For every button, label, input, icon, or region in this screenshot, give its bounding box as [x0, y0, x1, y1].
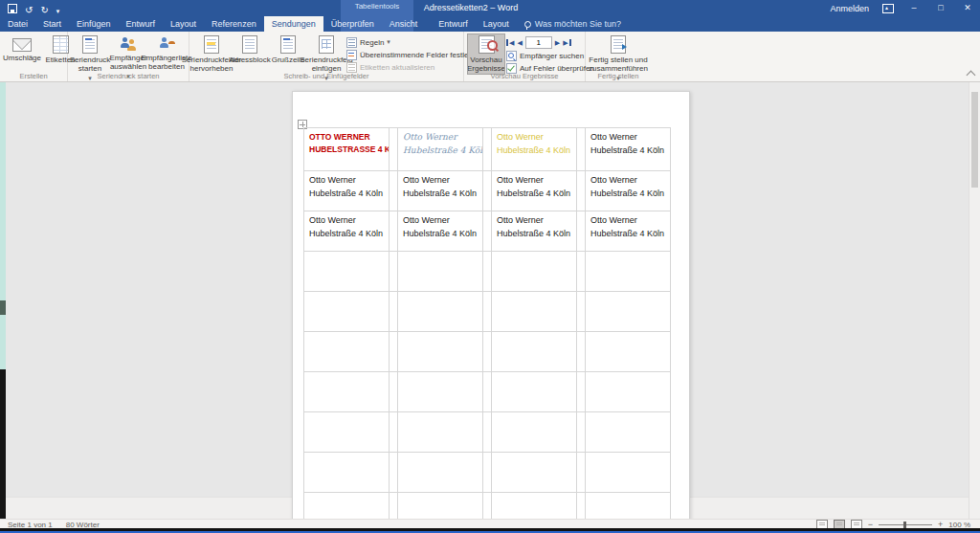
redo-icon[interactable]	[40, 1, 48, 16]
gutter-cell	[483, 128, 492, 171]
tab-tabletools-layout[interactable]: Layout	[476, 16, 517, 32]
tab-tabletools-entwurf[interactable]: Entwurf	[431, 16, 476, 32]
gutter-cell	[483, 412, 492, 453]
gutter-cell	[577, 292, 586, 332]
next-record-icon[interactable]	[555, 39, 560, 47]
label-name: Otto Werner	[497, 214, 571, 228]
minimize-button[interactable]	[907, 4, 921, 12]
label-cell[interactable]: Otto WernerHubelstraße 4 Köln	[304, 211, 390, 252]
preview-results-icon	[479, 35, 495, 54]
label-cell[interactable]	[398, 372, 483, 412]
label-cell[interactable]	[586, 493, 671, 519]
first-record-icon[interactable]	[506, 39, 514, 47]
regeln-button[interactable]: Regeln	[346, 36, 481, 48]
label-cell[interactable]	[492, 332, 577, 372]
label-cell[interactable]	[304, 412, 390, 453]
zoom-slider[interactable]	[879, 524, 932, 525]
vertical-scrollbar[interactable]	[969, 82, 980, 519]
maximize-button[interactable]	[934, 4, 947, 12]
label-cell[interactable]	[586, 412, 671, 453]
save-icon[interactable]	[8, 4, 17, 13]
close-button[interactable]	[961, 4, 974, 12]
label-cell[interactable]	[398, 332, 483, 372]
undo-icon[interactable]	[25, 1, 33, 16]
tab-entwurf[interactable]: Entwurf	[119, 16, 164, 32]
empfaenger-suchen-button[interactable]: Empfänger suchen	[506, 50, 594, 61]
gutter-cell	[577, 252, 586, 292]
tab-ueberpruefen[interactable]: Überprüfen	[323, 16, 382, 32]
label-cell[interactable]	[304, 453, 390, 493]
collapse-ribbon-icon[interactable]	[967, 71, 976, 80]
group-label-fertig: Fertig stellen	[586, 72, 651, 80]
customize-qat-icon[interactable]	[56, 1, 60, 16]
label-cell[interactable]	[586, 453, 671, 493]
label-name: Otto Werner	[590, 131, 665, 144]
label-cell[interactable]	[586, 372, 671, 412]
label-cell[interactable]	[492, 453, 577, 493]
zoom-slider-thumb[interactable]	[903, 522, 906, 528]
label-cell[interactable]: Otto WernerHubelstraße 4 Köln	[492, 128, 577, 171]
record-number-input[interactable]	[525, 36, 552, 49]
label-cell[interactable]: Otto WernerHubelstraße 4 Köln	[492, 171, 577, 211]
title-bar: Tabellentools Adressetiketten2 – Word An…	[0, 0, 980, 32]
adressblock-button[interactable]: Adressblock	[232, 34, 268, 65]
tell-me-box[interactable]: Was möchten Sie tun?	[517, 16, 629, 32]
vorschau-ergebnisse-label: Vorschau Ergebnisse	[467, 56, 505, 73]
previous-record-icon[interactable]	[517, 39, 522, 47]
label-cell[interactable]	[304, 332, 390, 372]
document-page[interactable]: OTTO WERNERHUBELSTRASSE 4 KÖLNOtto Werne…	[292, 91, 690, 519]
label-cell[interactable]	[492, 252, 577, 292]
tab-sendungen[interactable]: Sendungen	[264, 16, 323, 32]
label-cell[interactable]: Otto WernerHubelstraße 4 Köln	[492, 211, 577, 252]
label-cell[interactable]	[398, 252, 483, 292]
tab-layout[interactable]: Layout	[163, 16, 204, 32]
label-cell[interactable]	[398, 292, 483, 332]
scrollbar-thumb[interactable]	[971, 92, 978, 188]
edit-recipient-list-icon	[159, 36, 175, 52]
label-cell[interactable]	[586, 252, 671, 292]
gutter-cell	[483, 453, 492, 493]
vorschau-ergebnisse-toggle[interactable]: Vorschau Ergebnisse	[468, 34, 504, 74]
uebereinstimmende-felder-button[interactable]: Übereinstimmende Felder festlegen	[346, 49, 481, 60]
label-cell[interactable]: Otto WernerHubelstraße 4 Köln	[586, 211, 671, 252]
label-cell[interactable]	[492, 493, 577, 519]
label-cell[interactable]	[398, 493, 483, 519]
magnifier-icon	[487, 40, 498, 51]
empfaengerliste-bearbeiten-button[interactable]: Empfängerliste bearbeiten	[148, 34, 185, 72]
label-cell[interactable]: Otto WernerHubelstraße 4 Köln	[398, 171, 483, 211]
label-cell[interactable]: OTTO WERNERHUBELSTRASSE 4 KÖLN	[304, 128, 390, 171]
gutter-cell	[483, 493, 492, 519]
tab-start[interactable]: Start	[35, 16, 69, 32]
label-cell[interactable]	[304, 372, 390, 412]
seriendruckfelder-hervorheben-button[interactable]: Seriendruckfelder hervorheben	[193, 34, 230, 74]
tab-einfuegen[interactable]: Einfügen	[69, 16, 119, 32]
etiketten-aktualisieren-label: Etiketten aktualisieren	[360, 63, 434, 72]
group-schreib-einfuegefelder: Seriendruckfelder hervorheben Adressbloc…	[189, 32, 464, 81]
ribbon-display-options-icon[interactable]	[882, 4, 894, 13]
label-cell[interactable]	[398, 412, 483, 453]
gutter-cell	[390, 211, 398, 252]
gutter-cell	[390, 412, 398, 453]
tab-referenzen[interactable]: Referenzen	[204, 16, 264, 32]
sign-in-button[interactable]: Anmelden	[830, 4, 869, 13]
label-cell[interactable]	[492, 292, 577, 332]
label-cell[interactable]	[304, 493, 390, 519]
umschlaege-button[interactable]: Umschläge	[4, 34, 40, 63]
label-cell[interactable]	[398, 453, 483, 493]
lightbulb-icon	[524, 21, 531, 28]
label-cell[interactable]: Otto WernerHubelstraße 4 Köln	[586, 128, 671, 171]
label-address: Hubelstraße 4 Köln	[403, 188, 478, 201]
label-cell[interactable]	[586, 292, 671, 332]
label-cell[interactable]: Otto WernerHubelstraße 4 Köln	[586, 171, 671, 211]
label-cell[interactable]: Otto WernerHubelstraße 4 Köln	[304, 171, 390, 211]
label-cell[interactable]: Otto WernerHubelstraße 4 Köln	[398, 128, 483, 171]
label-cell[interactable]	[492, 412, 577, 453]
label-cell[interactable]	[586, 332, 671, 372]
label-cell[interactable]	[304, 252, 390, 292]
last-record-icon[interactable]	[563, 39, 570, 47]
tab-datei[interactable]: Datei	[0, 16, 35, 32]
label-cell[interactable]	[492, 372, 577, 412]
label-cell[interactable]: Otto WernerHubelstraße 4 Köln	[398, 211, 483, 252]
tab-ansicht[interactable]: Ansicht	[382, 16, 426, 32]
label-cell[interactable]	[304, 292, 390, 332]
